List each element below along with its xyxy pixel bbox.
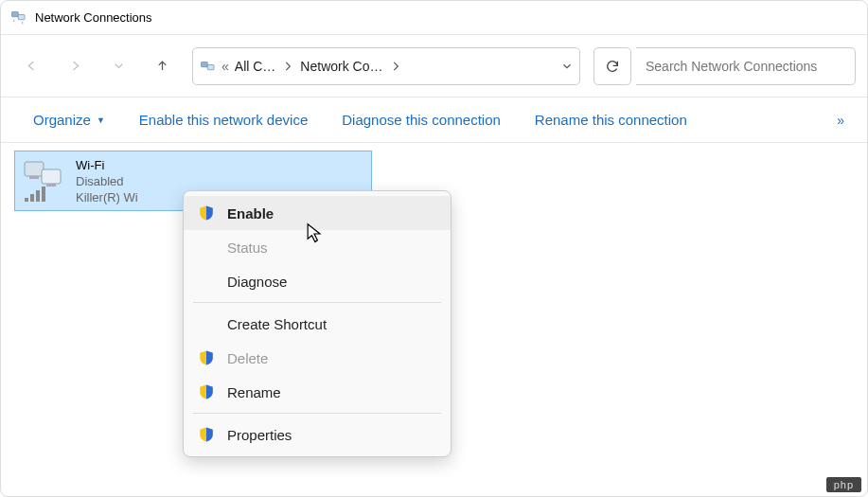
svg-rect-3 [207, 64, 214, 69]
ctx-delete-label: Delete [227, 350, 268, 366]
adapter-device: Killer(R) Wi [76, 189, 138, 205]
enable-device-label: Enable this network device [139, 112, 308, 128]
breadcrumb-prefix: « [221, 59, 229, 74]
ctx-status-label: Status [227, 240, 268, 256]
svg-rect-5 [42, 169, 61, 184]
svg-rect-4 [25, 162, 44, 176]
separator [193, 413, 441, 414]
ctx-diagnose-label: Diagnose [227, 274, 287, 290]
ctx-delete: Delete [184, 341, 451, 375]
search-input[interactable] [646, 59, 845, 74]
svg-rect-7 [46, 184, 56, 186]
adapter-status: Disabled [76, 173, 138, 189]
diagnose-label: Diagnose this connection [342, 112, 501, 128]
chevron-right-icon[interactable] [389, 60, 402, 73]
rename-button[interactable]: Rename this connection [518, 104, 704, 135]
command-bar: Organize▼ Enable this network device Dia… [1, 98, 867, 143]
svg-rect-8 [25, 198, 28, 202]
shield-icon [197, 348, 216, 367]
address-bar[interactable]: « All C… Network Co… [192, 47, 580, 85]
chevron-right-icon[interactable] [281, 60, 294, 73]
overflow-icon[interactable]: » [829, 105, 852, 135]
watermark: php [826, 477, 861, 492]
svg-rect-0 [12, 11, 19, 16]
up-button[interactable] [143, 47, 181, 85]
svg-rect-6 [29, 176, 39, 179]
ctx-properties[interactable]: Properties [184, 417, 451, 452]
nav-row: « All C… Network Co… [1, 35, 867, 98]
enable-device-button[interactable]: Enable this network device [122, 104, 325, 135]
search-box[interactable] [636, 47, 856, 85]
ctx-create-shortcut[interactable]: Create Shortcut [184, 307, 451, 341]
diagnose-button[interactable]: Diagnose this connection [325, 104, 518, 135]
svg-rect-9 [30, 194, 34, 202]
ctx-rename[interactable]: Rename [184, 375, 451, 409]
ctx-enable-label: Enable [227, 205, 274, 222]
adapter-text: Wi-Fi Disabled Killer(R) Wi [76, 157, 138, 205]
window-title: Network Connections [35, 10, 152, 25]
svg-rect-10 [36, 190, 40, 202]
ctx-enable[interactable]: Enable [184, 196, 451, 230]
ctx-rename-label: Rename [227, 384, 281, 400]
shield-icon [197, 204, 216, 222]
shield-icon [197, 425, 216, 444]
back-button[interactable] [12, 47, 50, 85]
shield-icon [197, 382, 216, 401]
adapter-icon [21, 156, 70, 205]
location-icon [199, 57, 218, 76]
svg-rect-1 [18, 14, 25, 19]
content-area: Wi-Fi Disabled Killer(R) Wi Enable Statu… [1, 143, 867, 496]
ctx-status: Status [184, 230, 451, 264]
adapter-name: Wi-Fi [76, 157, 138, 173]
organize-label: Organize [33, 112, 91, 128]
ctx-properties-label: Properties [227, 427, 292, 443]
title-bar: Network Connections [1, 1, 867, 35]
chevron-down-icon[interactable] [560, 60, 574, 73]
breadcrumb-item-1[interactable]: All C… [233, 55, 278, 78]
context-menu: Enable Status Diagnose Create Shortcut D… [183, 190, 452, 457]
ctx-diagnose[interactable]: Diagnose [184, 264, 451, 298]
ctx-create-shortcut-label: Create Shortcut [227, 316, 327, 332]
recent-button[interactable] [99, 47, 137, 85]
breadcrumb-item-2[interactable]: Network Co… [298, 55, 384, 78]
forward-button[interactable] [56, 47, 94, 85]
organize-button[interactable]: Organize▼ [16, 104, 122, 135]
rename-label: Rename this connection [535, 112, 687, 128]
separator [193, 302, 441, 303]
window-icon [10, 8, 27, 28]
svg-rect-2 [202, 62, 208, 66]
dropdown-caret-icon: ▼ [97, 115, 105, 125]
refresh-button[interactable] [593, 47, 631, 85]
svg-rect-11 [42, 186, 45, 202]
